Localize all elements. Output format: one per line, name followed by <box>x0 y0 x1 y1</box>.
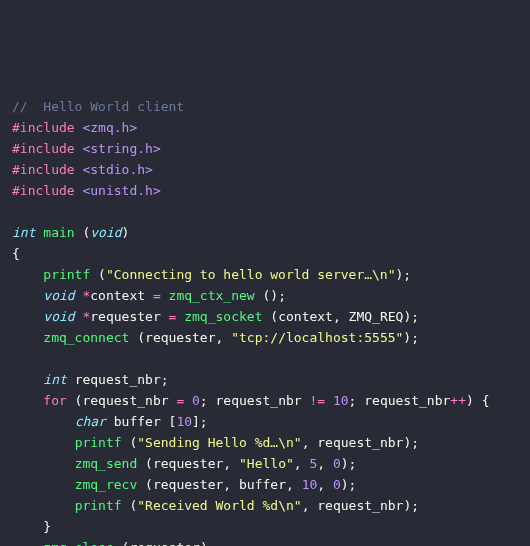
type-int: int <box>43 372 66 387</box>
type-int: int <box>12 225 35 240</box>
var-request-nbr: request_nbr <box>364 393 450 408</box>
include-header: <unistd.h> <box>82 183 160 198</box>
const-zmq-req: ZMQ_REQ <box>349 309 404 324</box>
brace: { <box>482 393 490 408</box>
var-requester: requester <box>129 540 199 546</box>
num-lit: 10 <box>333 393 349 408</box>
include-kw: #include <box>12 120 75 135</box>
include-kw: #include <box>12 162 75 177</box>
include-header: <stdio.h> <box>82 162 152 177</box>
num-lit: 0 <box>333 456 341 471</box>
var-requester: requester <box>145 330 215 345</box>
paren: ) <box>122 225 130 240</box>
var-request-nbr: request_nbr <box>75 372 161 387</box>
include-kw: #include <box>12 141 75 156</box>
comment: // Hello World client <box>12 99 184 114</box>
string-lit: "tcp://localhost:5555" <box>231 330 403 345</box>
string-lit: "Connecting to hello world server…\n" <box>106 267 396 282</box>
include-header: <zmq.h> <box>82 120 137 135</box>
var-request-nbr: request_nbr <box>216 393 302 408</box>
include-header: <string.h> <box>82 141 160 156</box>
fn-zmq-connect: zmq_connect <box>43 330 129 345</box>
var-request-nbr: request_nbr <box>317 435 403 450</box>
fn-zmq-recv: zmq_recv <box>75 477 138 492</box>
brace: { <box>12 246 20 261</box>
op-eq: = <box>169 309 177 324</box>
brace: } <box>43 519 51 534</box>
fn-printf: printf <box>75 498 122 513</box>
num-lit: 10 <box>176 414 192 429</box>
fn-printf: printf <box>43 267 90 282</box>
var-buffer: buffer <box>114 414 161 429</box>
type-char: char <box>75 414 106 429</box>
type-void: void <box>43 309 74 324</box>
string-lit: "Sending Hello %d…\n" <box>137 435 301 450</box>
fn-zmq-send: zmq_send <box>75 456 138 471</box>
op-eq: = <box>153 288 161 303</box>
var-context: context <box>278 309 333 324</box>
num-lit: 5 <box>309 456 317 471</box>
op-ne: != <box>309 393 325 408</box>
var-request-nbr: request_nbr <box>317 498 403 513</box>
fn-printf: printf <box>75 435 122 450</box>
fn-zmq-close: zmq_close <box>43 540 113 546</box>
fn-main: main <box>43 225 74 240</box>
type-void: void <box>43 288 74 303</box>
string-lit: "Hello" <box>239 456 294 471</box>
num-lit: 0 <box>333 477 341 492</box>
fn-zmq-ctx-new: zmq_ctx_new <box>169 288 255 303</box>
include-kw: #include <box>12 183 75 198</box>
var-requester: requester <box>90 309 160 324</box>
var-request-nbr: request_nbr <box>82 393 168 408</box>
var-requester: requester <box>153 477 223 492</box>
code-block: // Hello World client #include <zmq.h> #… <box>12 96 518 546</box>
op-eq: = <box>176 393 184 408</box>
var-requester: requester <box>153 456 223 471</box>
num-lit: 10 <box>302 477 318 492</box>
var-context: context <box>90 288 145 303</box>
string-lit: "Received World %d\n" <box>137 498 301 513</box>
num-lit: 0 <box>192 393 200 408</box>
var-buffer: buffer <box>239 477 286 492</box>
type-void: void <box>90 225 121 240</box>
kw-for: for <box>43 393 66 408</box>
op-pp: ++ <box>450 393 466 408</box>
fn-zmq-socket: zmq_socket <box>184 309 262 324</box>
